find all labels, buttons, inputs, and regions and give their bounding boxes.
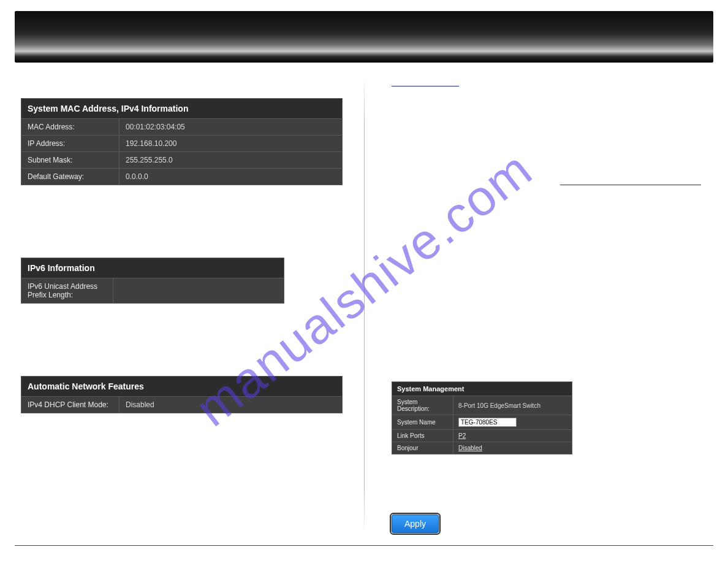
heading-underline [560, 185, 701, 185]
heading-underline [392, 86, 459, 86]
table-row: IPv4 DHCP Client Mode: Disabled [21, 397, 343, 413]
dhcp-mode-label: IPv4 DHCP Client Mode: [21, 397, 119, 413]
mac-address-value: 00:01:02:03:04:05 [119, 119, 343, 136]
ip-address-value: 192.168.10.200 [119, 136, 343, 152]
top-banner [15, 11, 713, 63]
bonjour-link[interactable]: Disabled [458, 445, 482, 451]
footer-divider [15, 545, 713, 546]
table-row: Bonjour Disabled [392, 442, 572, 454]
link-ports-label: Link Ports [392, 430, 453, 442]
link-ports-link[interactable]: P2 [458, 432, 466, 439]
mac-address-label: MAC Address: [21, 119, 119, 136]
table-row: System Description: 8-Port 10G EdgeSmart… [392, 396, 572, 415]
subnet-mask-value: 255.255.255.0 [119, 152, 343, 169]
auto-panel-title: Automatic Network Features [21, 377, 343, 397]
ipv6-panel-title: IPv6 Information [21, 258, 284, 278]
table-row: MAC Address: 00:01:02:03:04:05 [21, 119, 343, 136]
default-gateway-label: Default Gateway: [21, 169, 119, 185]
system-management-panel: System Management System Description: 8-… [392, 381, 572, 454]
left-column: System MAC Address, IPv4 Information MAC… [15, 63, 367, 539]
table-row: System Name [392, 415, 572, 430]
sys-name-cell [453, 415, 572, 430]
subnet-mask-label: Subnet Mask: [21, 152, 119, 169]
table-row: Default Gateway: 0.0.0.0 [21, 169, 343, 185]
ipv6-unicast-value [113, 278, 284, 304]
link-ports-cell: P2 [453, 430, 572, 442]
sys-name-label: System Name [392, 415, 453, 430]
ip-address-label: IP Address: [21, 136, 119, 152]
sys-mgmt-title: System Management [392, 382, 572, 396]
sys-desc-value: 8-Port 10G EdgeSmart Switch [453, 396, 572, 415]
table-row: IPv6 Unicast Address Prefix Length: [21, 278, 284, 304]
table-row: Link Ports P2 [392, 430, 572, 442]
bonjour-label: Bonjour [392, 442, 453, 454]
bonjour-cell: Disabled [453, 442, 572, 454]
default-gateway-value: 0.0.0.0 [119, 169, 343, 185]
right-column: System Management System Description: 8-… [367, 63, 713, 539]
dhcp-mode-value: Disabled [119, 397, 343, 413]
sys-desc-label: System Description: [392, 396, 453, 415]
ipv6-unicast-label: IPv6 Unicast Address Prefix Length: [21, 278, 113, 304]
ipv4-info-panel: System MAC Address, IPv4 Information MAC… [21, 98, 343, 185]
apply-button[interactable]: Apply [392, 515, 439, 533]
table-row: Subnet Mask: 255.255.255.0 [21, 152, 343, 169]
table-row: IP Address: 192.168.10.200 [21, 136, 343, 152]
ipv6-info-panel: IPv6 Information IPv6 Unicast Address Pr… [21, 258, 284, 304]
ipv4-panel-title: System MAC Address, IPv4 Information [21, 99, 343, 119]
system-name-input[interactable] [458, 418, 517, 427]
auto-network-panel: Automatic Network Features IPv4 DHCP Cli… [21, 376, 343, 413]
